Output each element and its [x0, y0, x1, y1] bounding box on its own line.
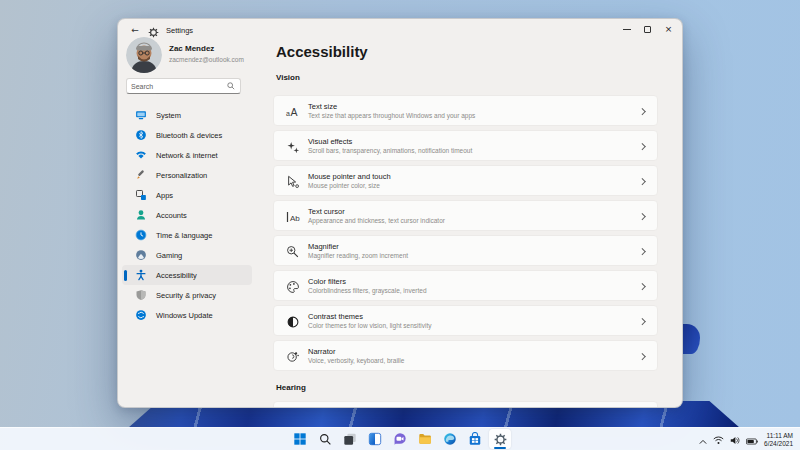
row-title: Mouse pointer and touch [308, 172, 391, 181]
network-icon [135, 149, 147, 161]
settings-row-visual-effects[interactable]: Visual effects Scroll bars, transparency… [273, 130, 658, 161]
sidebar-item-system[interactable]: System [122, 105, 252, 125]
taskbar: 11:11 AM 6/24/2021 [0, 427, 800, 450]
settings-row-partial[interactable] [273, 401, 658, 408]
row-title: Narrator [308, 347, 336, 356]
visual-effects-icon [284, 138, 302, 156]
settings-row-magnifier[interactable]: Magnifier Magnifier reading, zoom increm… [273, 235, 658, 266]
row-subtitle: Scroll bars, transparency, animations, n… [308, 147, 472, 154]
chevron-right-icon [639, 318, 645, 324]
sidebar-item-network[interactable]: Network & internet [122, 145, 252, 165]
text-size-icon: aA [284, 103, 302, 121]
sidebar-item-accounts[interactable]: Accounts [122, 205, 252, 225]
sidebar-item-bluetooth[interactable]: Bluetooth & devices [122, 125, 252, 145]
store-button[interactable] [464, 429, 486, 449]
tray-date: 6/24/2021 [764, 440, 793, 448]
battery-indicator[interactable] [746, 431, 758, 449]
task-view-button[interactable] [339, 429, 361, 449]
settings-list: aA Text size Text size that appears thro… [273, 95, 658, 375]
clock[interactable]: 11:11 AM 6/24/2021 [764, 432, 793, 448]
settings-row-contrast-themes[interactable]: Contrast themes Color themes for low vis… [273, 305, 658, 336]
sidebar-item-label: Windows Update [156, 311, 213, 320]
desktop[interactable]: { "titlebar": { "app_title": "Settings",… [0, 0, 800, 450]
settings-row-color-filters[interactable]: Color filters Colorblindness filters, gr… [273, 270, 658, 301]
close-icon: × [665, 24, 673, 34]
row-title: Magnifier [308, 242, 339, 251]
tray-time: 11:11 AM [764, 432, 793, 440]
sidebar-item-personalization[interactable]: Personalization [122, 165, 252, 185]
row-title: Visual effects [308, 137, 352, 146]
row-title: Text size [308, 102, 337, 111]
row-subtitle: Appearance and thickness, text cursor in… [308, 217, 445, 224]
mouse-pointer-icon [284, 173, 302, 191]
system-tray: 11:11 AM 6/24/2021 [699, 428, 793, 450]
accounts-icon [135, 209, 147, 221]
settings-row-mouse-pointer[interactable]: Mouse pointer and touch Mouse pointer co… [273, 165, 658, 196]
store-icon [468, 432, 482, 446]
search-box[interactable] [126, 78, 241, 94]
chevron-right-icon [639, 178, 645, 184]
tray-chevron-button[interactable] [699, 431, 707, 449]
file-explorer-button[interactable] [414, 429, 436, 449]
window-title: Settings [166, 26, 193, 35]
widgets-button[interactable] [364, 429, 386, 449]
edge-button[interactable] [439, 429, 461, 449]
contrast-themes-icon [284, 313, 302, 331]
minimize-button[interactable] [616, 19, 637, 39]
sidebar-item-label: Apps [156, 191, 173, 200]
sidebar-item-accessibility[interactable]: Accessibility [122, 265, 252, 285]
section-label-vision: Vision [276, 73, 300, 82]
narrator-icon [284, 348, 302, 366]
sidebar-item-time-language[interactable]: Time & language [122, 225, 252, 245]
search-input[interactable] [127, 83, 227, 90]
text-cursor-icon: Ab [284, 208, 302, 226]
chevron-up-icon [699, 439, 707, 445]
widgets-icon [368, 432, 382, 446]
chevron-right-icon [639, 213, 645, 219]
chat-button[interactable] [389, 429, 411, 449]
settings-row-text-size[interactable]: aA Text size Text size that appears thro… [273, 95, 658, 126]
sidebar-item-windows-update[interactable]: Windows Update [122, 305, 252, 325]
volume-icon [730, 436, 740, 445]
sidebar-item-label: Bluetooth & devices [156, 131, 222, 140]
settings-row-narrator[interactable]: Narrator Voice, verbosity, keyboard, bra… [273, 340, 658, 371]
taskbar-search-button[interactable] [314, 429, 336, 449]
row-subtitle: Color themes for low vision, light sensi… [308, 322, 432, 329]
maximize-icon [644, 26, 651, 33]
user-name: Zac Mendez [169, 44, 214, 53]
volume-indicator[interactable] [730, 431, 740, 449]
sidebar-item-security[interactable]: Security & privacy [122, 285, 252, 305]
gaming-icon [135, 249, 147, 261]
sidebar-item-apps[interactable]: Apps [122, 185, 252, 205]
chevron-right-icon [639, 143, 645, 149]
sidebar-item-label: Gaming [156, 251, 182, 260]
avatar[interactable] [126, 37, 162, 73]
maximize-button[interactable] [637, 19, 658, 39]
search-icon [319, 433, 332, 446]
row-title: Color filters [308, 277, 346, 286]
user-email: zacmendez@outlook.com [169, 56, 244, 63]
row-subtitle: Magnifier reading, zoom increment [308, 252, 408, 259]
sidebar-item-label: Network & internet [156, 151, 218, 160]
chat-icon [393, 432, 407, 446]
settings-row-text-cursor[interactable]: Ab Text cursor Appearance and thickness,… [273, 200, 658, 231]
close-button[interactable]: × [658, 19, 679, 39]
sidebar-nav: System Bluetooth & devices Network & int… [122, 105, 252, 325]
sidebar-item-label: Accessibility [156, 271, 197, 280]
svg-text:a: a [286, 110, 290, 117]
settings-window: ← Settings × Zac Mendez zacmendez@ [117, 18, 683, 408]
titlebar: ← Settings × [118, 19, 682, 41]
selected-indicator [124, 270, 127, 281]
back-button[interactable]: ← [127, 22, 143, 38]
sidebar-item-gaming[interactable]: Gaming [122, 245, 252, 265]
row-subtitle: Voice, verbosity, keyboard, braille [308, 357, 404, 364]
settings-taskbar-button[interactable] [489, 429, 511, 449]
chevron-right-icon [639, 353, 645, 359]
start-button[interactable] [289, 429, 311, 449]
svg-text:Ab: Ab [290, 214, 300, 223]
wifi-indicator[interactable] [713, 431, 724, 449]
row-title: Contrast themes [308, 312, 363, 321]
sidebar-item-label: Time & language [156, 231, 212, 240]
start-icon [293, 432, 307, 446]
magnifier-icon [284, 243, 302, 261]
